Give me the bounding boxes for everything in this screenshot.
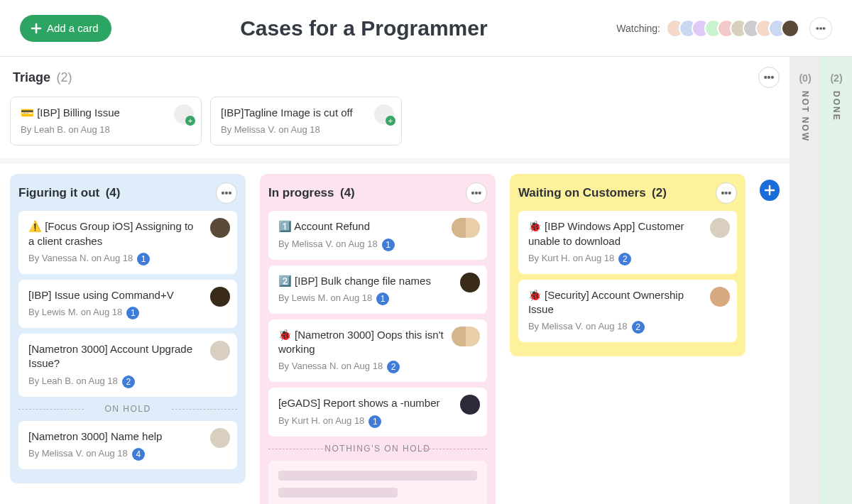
main-content: Triage (2) ••• 💳 [IBP] Billing Issue By … (0, 57, 790, 504)
header-bar: Add a card Cases for a Programmer Watchi… (0, 0, 852, 57)
card-title: ⚠️ [Focus Group iOS] Assigning to a clie… (28, 219, 227, 248)
column-more-button[interactable]: ••• (216, 182, 237, 204)
avatar[interactable] (781, 19, 799, 38)
card-meta: By Vanessa N. on Aug 182 (278, 361, 477, 373)
nothing-on-hold-divider: NOTHING'S ON HOLD (268, 444, 487, 454)
comment-badge: 1 (126, 307, 139, 319)
header-more-button[interactable]: ••• (809, 17, 832, 40)
placeholder-line (278, 471, 477, 481)
assignee-avatar[interactable] (452, 218, 480, 238)
triage-cards-row: 💳 [IBP] Billing Issue By Leah B. on Aug … (10, 97, 780, 146)
hold-placeholder (268, 461, 487, 505)
comment-badge: 2 (387, 361, 400, 373)
add-card-label: Add a card (47, 22, 99, 34)
assign-button[interactable]: + (374, 104, 394, 124)
rail-count: (0) (799, 72, 811, 84)
watchers-avatars[interactable] (666, 19, 799, 38)
card[interactable]: 🐞 [IBP Windows App] Customer unable to d… (518, 211, 737, 274)
column-header: In progress (4) ••• (268, 182, 487, 204)
rail-label: NOT NOW (800, 91, 810, 142)
card[interactable]: 🐞 [Nametron 3000] Oops this isn't workin… (268, 319, 487, 383)
card[interactable]: ⚠️ [Focus Group iOS] Assigning to a clie… (18, 211, 237, 274)
card-meta: By Leah B. on Aug 18 (21, 124, 191, 135)
comment-badge: 2 (122, 376, 135, 388)
column-header: Waiting on Customers (2) ••• (518, 182, 737, 204)
column-header: Figuring it out (4) ••• (18, 182, 237, 204)
card[interactable]: [IBP] Issue using Command+V By Lewis M. … (18, 280, 237, 328)
column-count: (4) (340, 186, 355, 199)
page-title: Cases for a Programmer (111, 16, 617, 40)
assignee-avatar[interactable] (210, 218, 230, 238)
card-meta: By Kurt H. on Aug 181 (278, 415, 477, 428)
column-count: (2) (652, 186, 667, 199)
card[interactable]: [eGADS] Report shows a -number By Kurt H… (268, 388, 487, 436)
card-meta: By Lewis M. on Aug 181 (278, 292, 477, 305)
triage-card[interactable]: 💳 [IBP] Billing Issue By Leah B. on Aug … (10, 97, 202, 146)
card[interactable]: 2️⃣ [IBP] Bulk change file names By Lewi… (268, 265, 487, 314)
triage-header: Triage (2) ••• (10, 67, 780, 88)
card-title: [IBP] Issue using Command+V (28, 288, 227, 302)
rail-count: (2) (830, 72, 842, 84)
card-title: [IBP]Tagline Image is cut off (221, 106, 391, 120)
card-meta: By Melissa V. on Aug 18 (221, 124, 391, 135)
assignee-avatar[interactable] (460, 395, 480, 415)
header-right: Watching: ••• (616, 17, 832, 40)
triage-card[interactable]: [IBP]Tagline Image is cut off By Melissa… (210, 97, 402, 146)
card-title: 2️⃣ [IBP] Bulk change file names (278, 274, 477, 288)
card-meta: By Melissa V. on Aug 182 (528, 321, 727, 334)
assignee-avatar[interactable] (710, 287, 730, 307)
rail-not-now[interactable]: (0) NOT NOW (790, 57, 821, 504)
board-body: Triage (2) ••• 💳 [IBP] Billing Issue By … (0, 57, 852, 504)
column-waiting-on-customers: Waiting on Customers (2) ••• 🐞 [IBP Wind… (510, 174, 746, 356)
column-title: In progress (268, 186, 334, 199)
column-in-progress: In progress (4) ••• 1️⃣ Account Refund B… (260, 174, 496, 504)
assignee-avatar[interactable] (210, 428, 230, 448)
plus-icon (764, 185, 775, 196)
column-title: Figuring it out (18, 186, 99, 199)
card-title: [eGADS] Report shows a -number (278, 396, 477, 410)
card-meta: By Melissa V. on Aug 184 (28, 448, 227, 461)
comment-badge: 2 (632, 321, 645, 334)
card-meta: By Melissa V. on Aug 181 (278, 239, 477, 251)
triage-title: Triage (13, 70, 50, 84)
rail-label: DONE (831, 91, 841, 121)
card[interactable]: [Nametron 3000] Account Upgrade Issue? B… (18, 334, 237, 397)
triage-count: (2) (56, 70, 72, 84)
rail-done[interactable]: (2) DONE (821, 57, 852, 504)
comment-badge: 1 (137, 253, 150, 265)
assignee-avatar[interactable] (210, 341, 230, 361)
card[interactable]: 🐞 [Security] Account Ownership Issue By … (518, 280, 737, 343)
triage-section: Triage (2) ••• 💳 [IBP] Billing Issue By … (0, 57, 790, 164)
card-title: 🐞 [Nametron 3000] Oops this isn't workin… (278, 328, 477, 357)
on-hold-divider: ON HOLD (18, 404, 237, 414)
comment-badge: 4 (132, 448, 145, 461)
watching-label: Watching: (616, 23, 660, 34)
card-meta: By Vanessa N. on Aug 181 (28, 253, 227, 265)
comment-badge: 1 (368, 415, 381, 428)
column-title: Waiting on Customers (518, 186, 646, 199)
column-more-button[interactable]: ••• (466, 182, 487, 204)
card-meta: By Leah B. on Aug 182 (28, 376, 227, 388)
card-title: 💳 [IBP] Billing Issue (21, 106, 191, 120)
plus-icon: + (386, 116, 395, 126)
column-more-button[interactable]: ••• (716, 182, 737, 204)
column-count: (4) (106, 186, 121, 199)
assignee-avatar[interactable] (710, 218, 730, 238)
card[interactable]: [Nametron 3000] Name help By Melissa V. … (18, 421, 237, 469)
assign-button[interactable]: + (174, 104, 194, 124)
assignee-avatar[interactable] (460, 273, 480, 292)
card-title: 🐞 [IBP Windows App] Customer unable to d… (528, 219, 727, 248)
plus-icon (30, 22, 43, 35)
triage-more-button[interactable]: ••• (758, 67, 780, 88)
add-card-button[interactable]: Add a card (20, 15, 111, 42)
comment-badge: 1 (376, 292, 389, 305)
assignee-avatar[interactable] (210, 287, 230, 307)
assignee-avatar[interactable] (452, 327, 480, 346)
column-figuring-it-out: Figuring it out (4) ••• ⚠️ [Focus Group … (10, 174, 246, 483)
card-meta: By Kurt H. on Aug 182 (528, 253, 727, 265)
columns-row: Figuring it out (4) ••• ⚠️ [Focus Group … (0, 164, 790, 504)
card[interactable]: 1️⃣ Account Refund By Melissa V. on Aug … (268, 211, 487, 259)
card-title: [Nametron 3000] Account Upgrade Issue? (28, 342, 227, 371)
comment-badge: 1 (382, 239, 395, 251)
add-column-button[interactable] (760, 180, 780, 201)
